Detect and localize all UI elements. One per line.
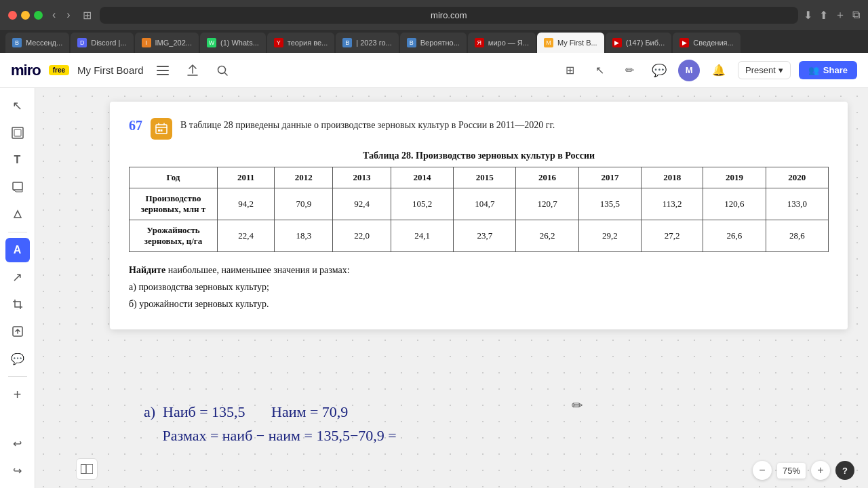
tab-veroyatno[interactable]: В Вероятно... — [400, 33, 467, 53]
tab-label-whats: (1) Whats... — [220, 39, 259, 47]
col-header-2016: 2016 — [516, 167, 578, 188]
shapes-tool[interactable] — [5, 202, 30, 226]
canvas-wrapper: ↖ T A ↗ 💬 — [0, 88, 868, 488]
share-button[interactable]: 👥 Share — [799, 61, 857, 79]
app-area: miro free My First Board ⊞ ↖ ✏ 💬 M 🔔 — [0, 53, 868, 488]
address-bar[interactable] — [100, 7, 798, 24]
col-header-2014: 2014 — [391, 167, 453, 188]
problem-number: 67 — [129, 118, 142, 134]
zoom-controls: − 75% + ? — [753, 461, 854, 480]
tab-messend[interactable]: В Мессенд... — [5, 33, 69, 53]
redo-button[interactable]: ↪ — [5, 458, 30, 483]
comment-button[interactable]: 💬 — [648, 60, 670, 81]
tab-miro-ya[interactable]: Я миро — Я... — [468, 33, 536, 53]
svg-rect-0 — [157, 66, 169, 67]
tab-bibl[interactable]: ▶ (147) Биб... — [606, 33, 672, 53]
problem-header: 67 В таблице 28 приведены данные о произ… — [129, 118, 829, 140]
tab-whats[interactable]: W (1) Whats... — [200, 33, 266, 53]
data-table: Год 2011 2012 2013 2014 2015 2016 2017 2… — [129, 167, 829, 252]
col-header-year: Год — [130, 167, 218, 188]
cell-yield-2016: 26,2 — [516, 220, 578, 252]
question-b: б) урожайности зерновых культур. — [129, 296, 829, 312]
sidebar-toggle[interactable]: ⊞ — [80, 9, 94, 22]
forward-button[interactable]: › — [62, 7, 74, 22]
col-header-2018: 2018 — [642, 167, 703, 188]
upload-button[interactable] — [182, 60, 203, 81]
tab-label-teoriya: теория ве... — [288, 39, 328, 47]
menu-button[interactable] — [152, 60, 174, 81]
download-icon[interactable]: ⬇ — [804, 9, 812, 22]
col-header-2015: 2015 — [454, 167, 516, 188]
tabs-bar: В Мессенд... D Discord |... I IMG_202...… — [0, 30, 868, 53]
new-tab-icon[interactable]: ＋ — [835, 8, 846, 22]
handwriting-area: а) Наиб = 135,5 Наим = 70,9 Размах = наи… — [144, 400, 814, 447]
notification-button[interactable]: 🔔 — [708, 60, 730, 81]
tab-label-discord: Discord |... — [91, 39, 126, 47]
tab-miro-first[interactable]: M My First B... — [537, 33, 604, 53]
present-button[interactable]: Present ▾ — [738, 61, 791, 79]
cursor-tool[interactable]: ↖ — [5, 94, 30, 118]
text-tool[interactable]: T — [5, 148, 30, 172]
cell-prod-2020: 133,0 — [766, 188, 828, 220]
cell-yield-2017: 29,2 — [578, 220, 641, 252]
tabs-icon[interactable]: ⧉ — [852, 9, 860, 21]
add-tool[interactable]: + — [5, 382, 30, 407]
present-chevron: ▾ — [778, 65, 783, 75]
browser-titlebar: ‹ › ⊞ ⬇ ⬆ ＋ ⧉ — [0, 0, 868, 30]
arrow-tool[interactable]: ↗ — [5, 265, 30, 289]
svg-rect-2 — [157, 74, 169, 75]
tab-2023[interactable]: В | 2023 го... — [336, 33, 399, 53]
help-button[interactable]: ? — [835, 461, 854, 480]
handwriting-line-2: Размах = наиб − наим = 135,5−70,9 = — [144, 424, 814, 447]
tab-label-svedenia: Сведения... — [693, 39, 733, 47]
col-header-2020: 2020 — [766, 167, 828, 188]
cell-yield-2013: 22,0 — [333, 220, 391, 252]
undo-button[interactable]: ↩ — [5, 431, 30, 455]
miro-header: miro free My First Board ⊞ ↖ ✏ 💬 M 🔔 — [0, 53, 868, 88]
back-button[interactable]: ‹ — [48, 7, 60, 22]
cursor-tool-button[interactable]: ↖ — [589, 60, 610, 81]
comment-tool[interactable]: 💬 — [5, 346, 30, 371]
tab-teoriya[interactable]: Y теория ве... — [267, 33, 334, 53]
zoom-out-button[interactable]: − — [753, 461, 772, 480]
frames-tool[interactable] — [5, 121, 30, 145]
table-row-production: Производство зерновых, млн т 94,2 70,9 9… — [130, 188, 829, 220]
apps-button[interactable]: ⊞ — [559, 60, 580, 81]
table-title: Таблица 28. Производство зерновых культу… — [129, 150, 829, 161]
svg-rect-1 — [157, 70, 169, 71]
content-card: 67 В таблице 28 приведены данные о произ… — [110, 102, 848, 329]
upload-tool[interactable] — [5, 319, 30, 344]
browser-window: ‹ › ⊞ ⬇ ⬆ ＋ ⧉ В Мессенд... D Discord |..… — [0, 0, 868, 488]
svg-rect-11 — [81, 464, 86, 474]
canvas[interactable]: 67 В таблице 28 приведены данные о произ… — [35, 88, 868, 488]
pen-tool-header[interactable]: ✏ — [618, 60, 640, 81]
board-name[interactable]: My First Board — [77, 64, 144, 76]
tab-img[interactable]: I IMG_202... — [135, 33, 199, 53]
tab-svedenia[interactable]: ▶ Сведения... — [673, 33, 740, 53]
maximize-button[interactable] — [34, 11, 43, 20]
tab-label-bibl: (147) Биб... — [626, 39, 665, 47]
svg-rect-12 — [81, 464, 93, 474]
search-button[interactable] — [212, 60, 233, 81]
share-icon[interactable]: ⬆ — [819, 9, 828, 22]
crop-tool[interactable] — [5, 292, 30, 317]
tab-discord[interactable]: D Discord |... — [71, 33, 133, 53]
cell-yield-2015: 23,7 — [454, 220, 516, 252]
cell-yield-2018: 27,2 — [642, 220, 703, 252]
sticky-tool[interactable] — [5, 175, 30, 199]
close-button[interactable] — [8, 11, 17, 20]
panel-toggle-button[interactable] — [76, 458, 98, 480]
pen-tool[interactable]: A — [5, 238, 30, 262]
tab-label-miro-first: My First B... — [557, 39, 597, 47]
question-section: Найдите наибольшее, наименьшее значения … — [129, 262, 829, 313]
zoom-in-button[interactable]: + — [811, 461, 830, 480]
tab-label-miro-ya: миро — Я... — [488, 39, 529, 47]
user-avatar[interactable]: M — [678, 60, 700, 81]
tab-label-messend: Мессенд... — [26, 39, 62, 47]
row-label-yield: Урожайность зерновых, ц/га — [130, 220, 218, 252]
minimize-button[interactable] — [21, 11, 30, 20]
handwriting-line-1: а) Наиб = 135,5 Наим = 70,9 — [144, 400, 814, 424]
share-label: Share — [823, 65, 848, 75]
table-row-yield: Урожайность зерновых, ц/га 22,4 18,3 22,… — [130, 220, 829, 252]
find-word: Найдите — [129, 265, 165, 275]
